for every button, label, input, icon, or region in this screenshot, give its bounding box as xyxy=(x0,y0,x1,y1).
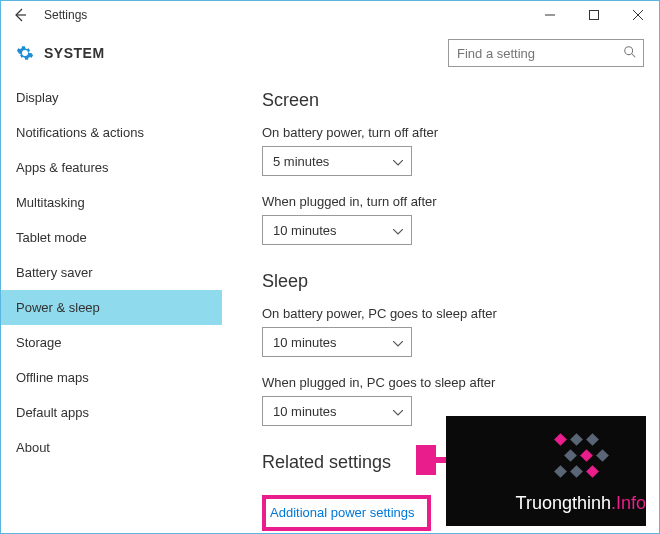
chevron-down-icon xyxy=(393,404,403,419)
close-icon xyxy=(633,10,643,20)
search-box[interactable] xyxy=(448,39,644,67)
sidebar-item-offline-maps[interactable]: Offline maps xyxy=(0,360,222,395)
sidebar-item-notifications[interactable]: Notifications & actions xyxy=(0,115,222,150)
search-icon xyxy=(623,45,637,62)
sleep-plugged-dropdown[interactable]: 10 minutes xyxy=(262,396,412,426)
maximize-icon xyxy=(589,10,599,20)
dropdown-value: 10 minutes xyxy=(273,404,337,419)
back-button[interactable] xyxy=(8,3,32,27)
sidebar-item-apps[interactable]: Apps & features xyxy=(0,150,222,185)
screen-plugged-dropdown[interactable]: 10 minutes xyxy=(262,215,412,245)
screen-plugged-label: When plugged in, turn off after xyxy=(262,194,660,209)
screen-battery-dropdown[interactable]: 5 minutes xyxy=(262,146,412,176)
screen-section-title: Screen xyxy=(262,90,660,111)
annotation-highlight-box: Additional power settings xyxy=(262,495,431,531)
minimize-button[interactable] xyxy=(528,0,572,30)
gear-icon xyxy=(16,44,34,62)
dropdown-value: 5 minutes xyxy=(273,154,329,169)
svg-line-6 xyxy=(632,53,636,57)
close-button[interactable] xyxy=(616,0,660,30)
maximize-button[interactable] xyxy=(572,0,616,30)
sleep-section-title: Sleep xyxy=(262,271,660,292)
page-title: SYSTEM xyxy=(44,45,105,61)
chevron-down-icon xyxy=(393,223,403,238)
sidebar-item-battery[interactable]: Battery saver xyxy=(0,255,222,290)
additional-power-settings-link[interactable]: Additional power settings xyxy=(270,505,415,520)
titlebar: Settings xyxy=(0,0,660,30)
search-input[interactable] xyxy=(457,46,635,61)
screen-battery-label: On battery power, turn off after xyxy=(262,125,660,140)
chevron-down-icon xyxy=(393,335,403,350)
sleep-plugged-label: When plugged in, PC goes to sleep after xyxy=(262,375,660,390)
sidebar-item-display[interactable]: Display xyxy=(0,80,222,115)
content: Screen On battery power, turn off after … xyxy=(222,76,660,534)
sidebar-item-multitasking[interactable]: Multitasking xyxy=(0,185,222,220)
sidebar-item-power-sleep[interactable]: Power & sleep xyxy=(0,290,222,325)
sidebar-item-default-apps[interactable]: Default apps xyxy=(0,395,222,430)
back-arrow-icon xyxy=(12,7,28,23)
dropdown-value: 10 minutes xyxy=(273,223,337,238)
sidebar-item-about[interactable]: About xyxy=(0,430,222,465)
svg-rect-2 xyxy=(590,11,599,20)
sidebar-item-tablet[interactable]: Tablet mode xyxy=(0,220,222,255)
header: SYSTEM xyxy=(0,30,660,76)
sleep-battery-label: On battery power, PC goes to sleep after xyxy=(262,306,660,321)
svg-point-5 xyxy=(625,46,633,54)
dropdown-value: 10 minutes xyxy=(273,335,337,350)
minimize-icon xyxy=(545,10,555,20)
sidebar: Display Notifications & actions Apps & f… xyxy=(0,76,222,534)
chevron-down-icon xyxy=(393,154,403,169)
sleep-battery-dropdown[interactable]: 10 minutes xyxy=(262,327,412,357)
sidebar-item-storage[interactable]: Storage xyxy=(0,325,222,360)
window-controls xyxy=(528,0,660,30)
related-section-title: Related settings xyxy=(262,452,660,473)
window-title: Settings xyxy=(44,8,87,22)
